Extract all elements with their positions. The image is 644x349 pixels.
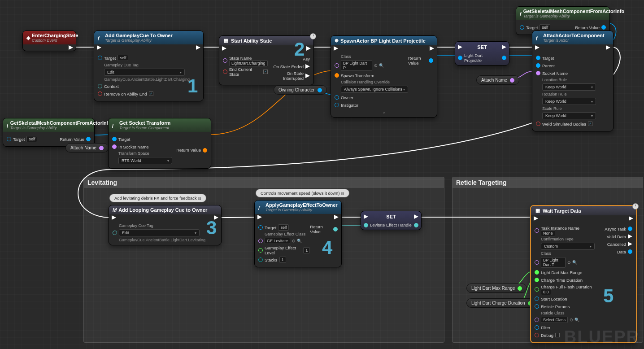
pin-instigator[interactable]: [335, 103, 339, 107]
node-set-projectile[interactable]: SET Light Dart Projectile: [455, 41, 509, 65]
pin-return[interactable]: [429, 58, 433, 63]
exec-out-pin[interactable]: [502, 45, 506, 49]
node-set-levitate-handle[interactable]: SET Levitate Effect Handle: [361, 211, 422, 230]
pin-in[interactable]: [364, 223, 368, 227]
pin-context[interactable]: [98, 84, 102, 88]
pin-out[interactable]: [502, 56, 506, 60]
pin-return[interactable]: [203, 148, 207, 153]
level-value[interactable]: 1: [303, 247, 310, 253]
asset-picker-icon[interactable]: ⊙ 🔍: [567, 260, 577, 265]
pin-target[interactable]: [258, 225, 263, 230]
pin-end-current[interactable]: [223, 70, 227, 74]
pin-class[interactable]: [335, 63, 339, 68]
pin-ge-class[interactable]: [258, 239, 263, 243]
pin-async[interactable]: [628, 227, 632, 231]
exec-out-pin[interactable]: [334, 215, 339, 219]
exec-out-pin[interactable]: [69, 45, 73, 50]
pin-target[interactable]: [98, 56, 102, 60]
note-debris[interactable]: Add levitating debris FX and force feedb…: [109, 194, 206, 202]
graph-canvas[interactable]: ◈ EnterChargingState Custom Event f Add …: [0, 0, 644, 349]
node-start-ability-state[interactable]: ▦ Start Ability State State Name LightDa…: [219, 35, 314, 85]
exec-in-pin[interactable]: [112, 215, 116, 220]
exec-in-pin[interactable]: [334, 46, 338, 51]
pin-target[interactable]: [112, 137, 117, 141]
rot-rule-dropdown[interactable]: Keep World: [542, 98, 596, 105]
pin-return[interactable]: [333, 227, 338, 231]
node-wait-target-data[interactable]: ▦ Wait Target Data Task Instance Name No…: [530, 205, 637, 343]
pin-target[interactable]: [536, 56, 540, 60]
checkbox[interactable]: [588, 122, 592, 126]
note-movespeed[interactable]: Controls movement speed (slows it down) …: [256, 189, 349, 197]
node-spawn-actor[interactable]: ⊕ SpawnActor BP Light Dart Projectile Cl…: [331, 35, 437, 118]
pin-state-name[interactable]: [223, 58, 227, 63]
exec-in-pin[interactable]: [222, 46, 226, 51]
var-attach-name-1[interactable]: Attach Name: [476, 75, 519, 85]
node-get-socket-transform[interactable]: f Get Socket Transform Target is Scene C…: [108, 118, 211, 169]
pin-data[interactable]: [628, 249, 632, 254]
pin-in[interactable]: [458, 56, 462, 60]
exec-out-pin[interactable]: [414, 214, 418, 219]
var-max-range[interactable]: Light Dart Max Range: [466, 284, 527, 293]
pin-debug[interactable]: [535, 333, 539, 337]
node-get-skeletal-mesh-2[interactable]: f GetSkeletalMeshComponentFromActorInfo …: [3, 118, 95, 147]
exec-cancelled[interactable]: [628, 242, 632, 246]
var-charge-duration[interactable]: Light Dart Charge Duration: [466, 298, 537, 308]
exec-in-pin[interactable]: [458, 45, 462, 49]
loc-rule-dropdown[interactable]: Keep World: [542, 83, 596, 91]
pin-out[interactable]: [318, 88, 322, 92]
checkbox[interactable]: [263, 70, 268, 74]
pin-task-name[interactable]: [535, 228, 539, 233]
pin-out[interactable]: [414, 223, 418, 227]
pin-class[interactable]: [535, 260, 539, 265]
pin-stacks[interactable]: [258, 257, 263, 262]
stacks-value[interactable]: 1: [279, 257, 286, 263]
pin-out[interactable]: [510, 78, 514, 83]
transform-space-dropdown[interactable]: RTS World: [118, 157, 172, 164]
ret-class-value[interactable]: Select Class: [541, 317, 568, 323]
class-value[interactable]: BP Light Dart T: [541, 257, 566, 268]
pin-tag[interactable]: [113, 231, 117, 235]
pin-filter[interactable]: [535, 325, 539, 330]
asset-picker-icon[interactable]: ⊙ 🔍: [292, 239, 302, 243]
node-enter-charging-state[interactable]: ◈ EnterChargingState Custom Event: [22, 31, 76, 51]
ge-value[interactable]: GE Levitate: [265, 238, 290, 244]
exec-out-ended[interactable]: [305, 64, 310, 69]
pin-owner[interactable]: [335, 95, 339, 100]
pin-ge-level[interactable]: [258, 248, 263, 253]
var-attach-name-2[interactable]: Attach Name: [65, 143, 109, 153]
scale-rule-dropdown[interactable]: Keep World: [542, 112, 596, 119]
pin-target[interactable]: [520, 25, 524, 30]
exec-in-pin[interactable]: [534, 216, 538, 221]
exec-out-pin[interactable]: [196, 45, 200, 50]
collision-dropdown[interactable]: Always Spawn, Ignore Collisions: [341, 86, 408, 93]
tag-dropdown[interactable]: Edit: [119, 229, 200, 236]
pin-in-socket[interactable]: [112, 144, 117, 149]
pin-return[interactable]: [601, 25, 606, 30]
checkbox[interactable]: [149, 92, 153, 96]
pin-out[interactable]: [99, 146, 104, 150]
pin-charge-time[interactable]: [535, 278, 539, 282]
task-value[interactable]: None: [541, 230, 555, 236]
node-add-gameplay-cue[interactable]: f Add GameplayCue To Owner Target is Gam…: [94, 31, 204, 101]
class-value[interactable]: BP Light Dart P: [341, 60, 372, 71]
asset-picker-icon[interactable]: ⊙ 🔍: [374, 63, 384, 68]
asset-picker-icon[interactable]: ⊙ 🔍: [570, 318, 579, 322]
expand-icon[interactable]: ⌄: [335, 109, 433, 114]
exec-out-pin[interactable]: [430, 46, 434, 51]
exec-in-pin[interactable]: [257, 215, 262, 219]
exec-in-pin[interactable]: [535, 45, 540, 50]
node-attach-actor[interactable]: f AttachActorToComponent Target is Actor…: [532, 31, 614, 131]
pin-socket[interactable]: [536, 71, 540, 75]
tag-dropdown[interactable]: Edit: [104, 69, 185, 76]
var-owning-character[interactable]: Owning Character: [274, 85, 327, 95]
exec-in-pin[interactable]: [97, 45, 101, 50]
pin-spawn-transform[interactable]: [335, 73, 339, 78]
pin-weld[interactable]: [536, 122, 540, 126]
exec-in-pin[interactable]: [364, 214, 368, 219]
pin-ret-params[interactable]: [535, 304, 539, 309]
exec-out-pin[interactable]: [606, 45, 610, 50]
exec-out-pin[interactable]: [306, 46, 311, 51]
pin-flash-dur[interactable]: [535, 287, 539, 292]
pin-max-range[interactable]: [535, 270, 539, 275]
pin-remove[interactable]: [98, 92, 102, 96]
